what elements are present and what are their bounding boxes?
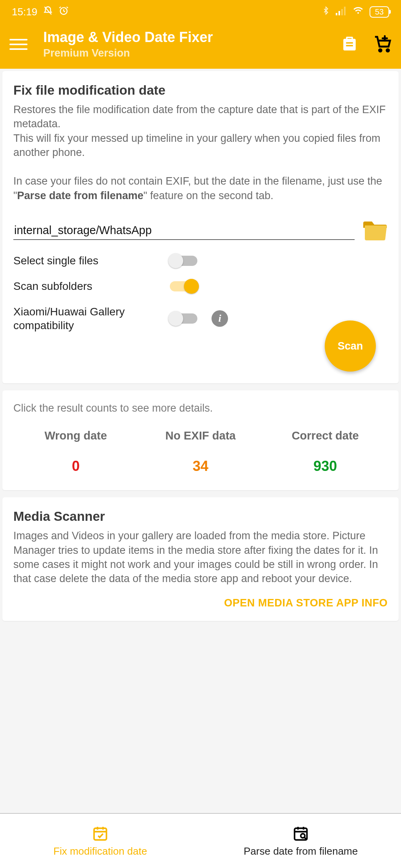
app-subtitle: Premium Version [43, 47, 326, 59]
scan-button[interactable]: Scan [325, 320, 376, 372]
app-title: Image & Video Date Fixer [43, 29, 326, 46]
menu-button[interactable] [9, 39, 28, 50]
folder-icon[interactable] [362, 220, 388, 242]
svg-rect-4 [344, 7, 346, 15]
signal-icon [336, 6, 347, 18]
tab-parse-from-filename[interactable]: Parse date from filename [200, 814, 401, 868]
svg-point-5 [379, 49, 381, 51]
svg-point-6 [386, 49, 389, 51]
status-time: 15:19 [12, 6, 37, 18]
svg-point-9 [301, 833, 305, 838]
fix-date-card: Fix file modification date Restores the … [2, 71, 399, 383]
dnd-icon [43, 5, 53, 18]
results-hint: Click the result counts to see more deta… [13, 402, 388, 414]
info-icon[interactable]: i [212, 310, 228, 327]
app-bar: Image & Video Date Fixer Premium Version [0, 24, 401, 69]
no-exif-column[interactable]: No EXIF data 34 [138, 429, 263, 474]
media-scanner-title: Media Scanner [13, 509, 388, 524]
clipboard-icon[interactable] [341, 35, 358, 54]
select-single-files-toggle[interactable] [170, 256, 197, 266]
alarm-icon [59, 5, 69, 18]
correct-date-count: 930 [263, 458, 388, 474]
battery-indicator: 53 [370, 6, 389, 18]
correct-date-column[interactable]: Correct date 930 [263, 429, 388, 474]
svg-rect-7 [94, 828, 107, 840]
wrong-date-column[interactable]: Wrong date 0 [13, 429, 138, 474]
bluetooth-icon [322, 5, 330, 18]
svg-rect-1 [336, 13, 337, 15]
no-exif-count: 34 [138, 458, 263, 474]
status-bar: 15:19 53 [0, 0, 401, 24]
results-card: Click the result counts to see more deta… [2, 390, 399, 490]
gallery-compat-label: Xiaomi/Huawai Gallery compatibility [13, 305, 167, 332]
scan-subfolders-toggle[interactable] [170, 281, 197, 291]
wrong-date-label: Wrong date [13, 429, 138, 442]
wrong-date-count: 0 [13, 458, 138, 474]
wifi-icon [352, 6, 364, 18]
select-single-files-label: Select single files [13, 254, 167, 267]
scan-subfolders-label: Scan subfolders [13, 279, 167, 293]
bottom-nav: Fix modification date Parse date from fi… [0, 813, 401, 868]
media-scanner-card: Media Scanner Images and Videos in your … [2, 497, 399, 621]
gallery-compat-toggle[interactable] [170, 313, 197, 324]
card-description: Restores the file modification date from… [13, 103, 388, 203]
card-title: Fix file modification date [13, 83, 388, 98]
tab-fix-modification-date[interactable]: Fix modification date [0, 814, 200, 868]
cart-add-icon[interactable] [373, 35, 392, 54]
tab-label: Parse date from filename [244, 845, 358, 857]
no-exif-label: No EXIF data [138, 429, 263, 442]
tab-label: Fix modification date [53, 845, 147, 857]
open-media-store-button[interactable]: OPEN MEDIA STORE APP INFO [13, 597, 388, 609]
svg-rect-3 [341, 9, 343, 15]
svg-rect-2 [338, 11, 340, 15]
media-scanner-desc: Images and Videos in your gallery are lo… [13, 529, 388, 586]
folder-path-input[interactable] [13, 222, 355, 240]
correct-date-label: Correct date [263, 429, 388, 442]
